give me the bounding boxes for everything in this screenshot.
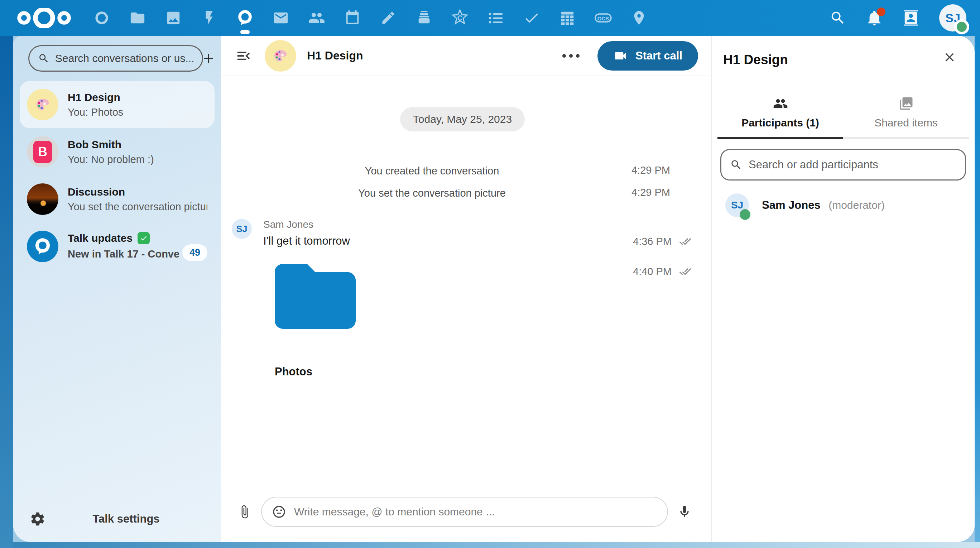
nextcloud-logo[interactable] <box>15 8 73 28</box>
details-title: H1 Design <box>723 52 969 67</box>
chat-title: H1 Design <box>307 49 363 62</box>
nextcloud-talk-app: C OCS <box>0 0 980 548</box>
conversation-last-message: You: No problem :) <box>68 154 207 165</box>
conversation-item-bob-smith[interactable]: B Bob Smith You: No problem :) <box>20 128 215 175</box>
dashboard-icon[interactable] <box>84 0 119 36</box>
background-strip-bottom <box>13 542 980 548</box>
start-call-button[interactable]: Start call <box>597 41 698 71</box>
ocs-icon[interactable]: OCS <box>585 0 621 36</box>
calendar-icon[interactable] <box>334 0 371 36</box>
search-icon[interactable] <box>830 10 846 26</box>
participants-icon <box>773 96 788 111</box>
sidebar-footer: Talk settings <box>13 501 221 542</box>
read-receipt-icon <box>677 235 693 248</box>
shared-items-icon <box>899 96 914 111</box>
message-input[interactable] <box>294 506 657 518</box>
user-avatar[interactable]: SJ <box>939 4 966 32</box>
chat-message: SJ Sam Jones I'll get it tomorrow 4:36 P… <box>232 219 693 248</box>
tab-shared-items[interactable]: Shared items <box>843 96 969 139</box>
conversation-item-h1-design[interactable]: H1 Design You: Photos <box>20 81 215 128</box>
notifications-bell-icon[interactable] <box>866 10 883 26</box>
collectives-icon[interactable]: C <box>442 0 478 36</box>
activity-icon[interactable] <box>191 0 227 36</box>
search-icon <box>730 159 742 171</box>
talk-icon[interactable] <box>227 0 263 36</box>
conversation-title: H1 Design <box>68 91 120 103</box>
video-camera-icon <box>613 49 628 63</box>
message-time: 4:40 PM <box>633 266 671 278</box>
conversation-search[interactable] <box>28 45 203 71</box>
message-time: 4:29 PM <box>632 187 670 199</box>
active-app-indicator <box>240 30 250 34</box>
online-status-dot <box>954 19 969 34</box>
bob-avatar: B <box>27 136 58 168</box>
chat-header: H1 Design Start call <box>221 36 711 76</box>
collapse-sidebar-icon[interactable] <box>235 48 252 64</box>
sender-avatar[interactable]: SJ <box>232 219 252 239</box>
folder-icon <box>275 264 356 329</box>
participant-name: Sam Jones <box>762 199 821 211</box>
forms-icon[interactable] <box>478 0 514 36</box>
online-status-dot <box>740 209 750 220</box>
details-tabs: Participants (1) Shared items <box>718 96 969 139</box>
verified-check-icon <box>138 232 150 244</box>
conversation-last-message: You: Photos <box>68 106 207 118</box>
contacts-icon[interactable] <box>299 0 334 36</box>
participant-row[interactable]: SJ Sam Jones (moderator) <box>720 189 966 221</box>
notes-icon[interactable] <box>371 0 406 36</box>
conversation-menu-icon[interactable] <box>562 54 579 58</box>
system-message: You created the conversation 4:29 PM <box>232 163 693 179</box>
system-message: You set the conversation picture 4:29 PM <box>232 185 693 201</box>
contacts-menu-icon[interactable] <box>903 10 919 26</box>
conversation-title: Discussion <box>68 186 125 198</box>
message-text: I'll get it tomorrow <box>263 235 350 248</box>
tab-participants[interactable]: Participants (1) <box>718 96 843 139</box>
app-body: + H1 Design You: Photos B <box>13 36 975 542</box>
app-menu: C OCS <box>84 0 657 36</box>
conversation-last-message: New in Talk 17 - Convers... <box>68 248 179 260</box>
talk-logo-avatar <box>27 231 58 262</box>
svg-text:C: C <box>457 14 463 22</box>
participant-search-input[interactable] <box>749 158 956 171</box>
files-icon[interactable] <box>119 0 156 36</box>
emoji-picker-icon[interactable] <box>272 505 286 519</box>
tables-icon[interactable] <box>549 0 585 36</box>
unread-count-badge: 49 <box>182 244 207 261</box>
deck-icon[interactable] <box>406 0 442 36</box>
search-icon <box>38 52 49 64</box>
attachment-paperclip-icon[interactable] <box>237 505 252 519</box>
microphone-icon[interactable] <box>677 505 692 519</box>
background-strip-left <box>0 36 13 548</box>
conversation-avatar <box>265 40 296 71</box>
message-time: 4:36 PM <box>633 236 671 248</box>
new-conversation-button[interactable]: + <box>203 46 214 71</box>
talk-settings-button[interactable]: Talk settings <box>46 513 207 526</box>
conversation-item-discussion[interactable]: Discussion You set the conversation pict… <box>20 175 215 223</box>
tasks-icon[interactable] <box>514 0 549 36</box>
message-input-container <box>261 497 668 527</box>
conversation-title: Talk updates <box>68 232 132 244</box>
participant-search[interactable] <box>720 149 966 181</box>
file-name: Photos <box>275 365 356 378</box>
conversation-item-talk-updates[interactable]: Talk updates New in Talk 17 - Convers...… <box>20 223 215 270</box>
message-input-row <box>221 489 711 542</box>
photos-icon[interactable] <box>156 0 191 36</box>
participant-role: (moderator) <box>829 199 885 211</box>
conversation-details-panel: H1 Design Participants (1) Shared items <box>711 36 975 542</box>
conversation-title: Bob Smith <box>68 138 121 151</box>
conversation-search-input[interactable] <box>55 52 193 65</box>
conversation-list: H1 Design You: Photos B Bob Smith You: N… <box>13 79 221 270</box>
sidebar-search-row: + <box>13 36 221 79</box>
top-bar-right: SJ <box>830 4 966 32</box>
svg-text:OCS: OCS <box>597 15 609 22</box>
mail-icon[interactable] <box>263 0 299 36</box>
palette-avatar <box>27 89 58 120</box>
background-strip-right <box>975 36 980 542</box>
gear-icon[interactable] <box>30 511 46 527</box>
maps-icon[interactable] <box>621 0 657 36</box>
shared-folder-preview[interactable]: Photos <box>275 264 356 378</box>
bob-avatar-letter: B <box>33 141 52 163</box>
close-icon[interactable] <box>942 50 957 65</box>
top-bar: C OCS <box>0 0 980 36</box>
chat-panel: H1 Design Start call Today, May 25, 2023… <box>221 36 711 542</box>
